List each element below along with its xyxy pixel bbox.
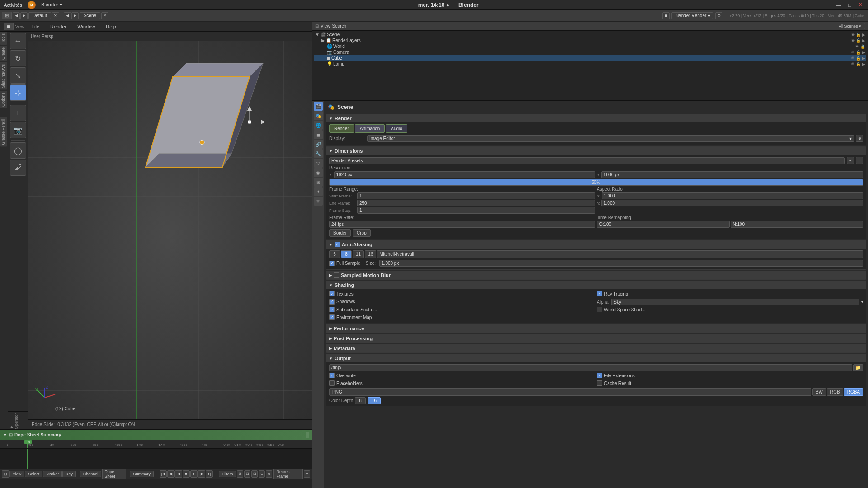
camera-tool[interactable]: 📷 <box>10 122 26 138</box>
border-btn[interactable]: Border <box>329 229 351 237</box>
help-menu-btn[interactable]: Help <box>102 23 120 30</box>
lamp-icons[interactable]: 👁 🔒 ▶ <box>851 62 865 66</box>
workspace-close-btn[interactable]: ✕ <box>52 12 59 19</box>
material-props-icon[interactable]: ◉ <box>314 168 323 177</box>
tl-select-btn[interactable]: Select <box>25 471 42 477</box>
aa-5-btn[interactable]: 5 <box>329 250 340 258</box>
scale-tool[interactable]: ⤡ <box>10 67 26 84</box>
color-depth-8-btn[interactable]: 8 <box>355 397 366 404</box>
overwrite-check[interactable] <box>329 373 335 378</box>
render-anim-btns[interactable]: Render Animation Audio <box>329 124 863 133</box>
workspace-nav[interactable]: ◀ ▶ <box>13 12 28 19</box>
activities-label[interactable]: Activités <box>4 2 22 8</box>
rgba-btn[interactable]: RGBA <box>844 388 863 396</box>
transform-tool[interactable]: ⊹ <box>10 84 26 101</box>
particle-props-icon[interactable]: ✦ <box>314 187 323 196</box>
aa-16-btn[interactable]: 16 <box>365 250 376 258</box>
display-settings-btn[interactable]: ⚙ <box>856 135 863 142</box>
add-tool[interactable]: + <box>10 105 26 121</box>
scene-props-icon[interactable]: 🎭 <box>314 111 323 120</box>
tl-extra6[interactable]: ▾ <box>304 470 310 478</box>
blender-menu-label[interactable]: Blender ▾ <box>41 2 62 8</box>
jump-end-btn[interactable]: ▶| <box>206 470 213 478</box>
tl-extra2[interactable]: ⊟ <box>244 470 250 478</box>
next-scene-btn[interactable]: ▶ <box>71 12 79 19</box>
workspace-selector[interactable]: Default <box>28 12 51 19</box>
nearest-frame-btn[interactable]: Nearest Frame <box>273 469 303 479</box>
window-menu-btn[interactable]: Window <box>74 23 99 30</box>
next-workspace-btn[interactable]: ▶ <box>20 12 28 19</box>
size-field[interactable]: 1.000 px <box>379 260 863 267</box>
engine-settings-btn[interactable]: ⚙ <box>715 12 722 19</box>
step-back-btn[interactable]: ◀| <box>167 470 175 478</box>
pp-header[interactable]: ▶ Post Processing <box>326 334 866 343</box>
texture-props-icon[interactable]: ⊞ <box>314 178 323 187</box>
sss-check[interactable] <box>329 307 335 312</box>
shading-header[interactable]: ▼ Shading <box>326 281 866 289</box>
collapse-arrow[interactable]: ▼ <box>3 432 7 437</box>
tab-shading[interactable]: Shading/UVs <box>0 62 7 90</box>
window-controls[interactable]: — □ ✕ <box>834 2 864 8</box>
step-frame-field[interactable]: 1 <box>357 207 595 214</box>
dim-header[interactable]: ▼ Dimensions <box>326 147 866 155</box>
timeline-resize-handle[interactable] <box>306 432 309 438</box>
tl-extra1[interactable]: ⊞ <box>237 470 243 478</box>
world-props-icon[interactable]: 🌐 <box>314 121 323 130</box>
stop-btn[interactable]: ■ <box>183 470 190 478</box>
presets-del-btn[interactable]: - <box>856 157 863 164</box>
res-y-field[interactable]: 1080 px <box>601 171 863 178</box>
camera-icons[interactable]: 👁 🔒 ▶ <box>851 50 865 55</box>
translate-tool[interactable]: ↔ <box>10 33 26 49</box>
object-props-icon[interactable]: ◼ <box>314 130 323 139</box>
jump-start-btn[interactable]: |◀ <box>160 470 167 478</box>
alpha-dropdown[interactable]: Sky <box>611 299 859 305</box>
prev-workspace-btn[interactable]: ◀ <box>13 12 20 19</box>
end-frame-field[interactable]: 250 <box>357 200 595 206</box>
aa-11-btn[interactable]: 11 <box>353 250 364 258</box>
outliner-camera[interactable]: 📷 Camera 👁 🔒 ▶ <box>314 49 866 55</box>
cache-result-check[interactable] <box>597 380 602 386</box>
output-header[interactable]: ▼ Output <box>326 354 866 362</box>
world-icons[interactable]: 👁 🔒 <box>855 44 865 49</box>
presets-add-btn[interactable]: + <box>847 157 854 164</box>
play-back-btn[interactable]: ◀ <box>175 470 182 478</box>
scene-visibility[interactable]: 👁 🔒 ▶ <box>851 33 865 37</box>
tab-options[interactable]: Options <box>0 91 7 108</box>
tr-o-field[interactable]: O:100 <box>597 221 730 228</box>
aa-sample-btns[interactable]: 5 8 11 16 Mitchell-Netravali <box>329 250 863 258</box>
outliner-renderlayers[interactable]: ▶ 📋 RenderLayers 👁 🔒 ▶ <box>314 38 866 43</box>
rl-icons[interactable]: 👁 🔒 ▶ <box>851 38 865 43</box>
physics-props-icon[interactable]: ⚛ <box>314 197 323 206</box>
view3d-type-btn[interactable]: ◼ <box>4 23 14 30</box>
view-label[interactable]: View <box>321 23 330 28</box>
scene-close-btn[interactable]: ✕ <box>101 12 108 19</box>
outliner-world[interactable]: 🌐 World 👁 🔒 <box>314 43 866 49</box>
tab-create[interactable]: Create <box>0 46 7 61</box>
viewport-3d[interactable]: User Persp <box>28 32 312 429</box>
tl-marker-btn[interactable]: Marker <box>43 471 62 477</box>
timeline-tracks[interactable] <box>0 449 312 469</box>
tl-filters-btn[interactable]: Filters <box>219 471 236 477</box>
color-depth-16-btn[interactable]: 16 <box>368 397 381 404</box>
outliner-lamp[interactable]: 💡 Lamp 👁 🔒 ▶ <box>314 61 866 67</box>
prev-scene-btn[interactable]: ◀ <box>64 12 71 19</box>
ray-tracing-check[interactable] <box>597 291 602 296</box>
crop-btn[interactable]: Crop <box>353 229 371 237</box>
smb-checkbox[interactable] <box>334 272 339 278</box>
all-scenes-dropdown[interactable]: All Scenes ▾ <box>835 23 865 29</box>
tl-extra3[interactable]: ⊡ <box>251 470 258 478</box>
tl-extra5[interactable]: ⊗ <box>266 470 272 478</box>
blender-logo[interactable]: B <box>28 1 36 9</box>
asp-x-field[interactable]: 1.000 <box>602 192 863 199</box>
modifier-props-icon[interactable]: 🔧 <box>314 149 323 158</box>
playback-controls[interactable]: |◀ ◀| ◀ ■ ▶ |▶ ▶| <box>160 470 213 478</box>
textures-check[interactable] <box>329 291 335 296</box>
full-sample-check[interactable] <box>329 261 335 266</box>
tl-view-btn[interactable]: View <box>9 471 24 477</box>
data-props-icon[interactable]: ▽ <box>314 159 323 168</box>
search-label[interactable]: Search <box>332 23 347 28</box>
tl-channel-btn[interactable]: Channel <box>80 471 102 477</box>
res-x-field[interactable]: 1920 px <box>334 171 595 178</box>
render-btn[interactable]: Render <box>329 124 354 133</box>
tl-summary-btn[interactable]: Summary <box>130 471 154 477</box>
